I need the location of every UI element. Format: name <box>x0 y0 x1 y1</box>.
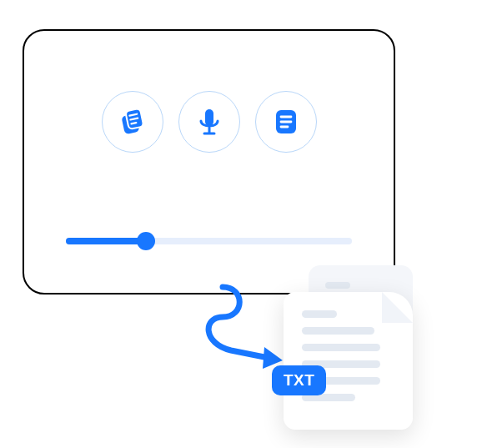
file-front-sheet: TXT <box>284 292 413 430</box>
progress-slider[interactable] <box>66 238 352 244</box>
file-line <box>302 344 380 351</box>
file-line <box>302 327 374 335</box>
file-line <box>302 310 337 318</box>
output-file: TXT <box>284 265 427 428</box>
progress-slider-fill <box>66 238 146 244</box>
svg-rect-12 <box>325 282 350 289</box>
svg-line-4 <box>131 123 136 123</box>
txt-badge: TXT <box>272 365 326 395</box>
microphone-button[interactable] <box>178 91 240 153</box>
microphone-icon <box>193 105 226 138</box>
svg-rect-5 <box>205 109 213 126</box>
note-button[interactable] <box>255 91 317 153</box>
copy-cards-button[interactable] <box>102 91 163 153</box>
note-icon <box>269 105 303 138</box>
copy-cards-icon <box>116 105 149 138</box>
progress-slider-thumb[interactable] <box>137 232 155 250</box>
flow-arrow <box>183 282 291 370</box>
audio-transcribe-card <box>23 29 395 294</box>
action-icon-row <box>102 91 317 153</box>
